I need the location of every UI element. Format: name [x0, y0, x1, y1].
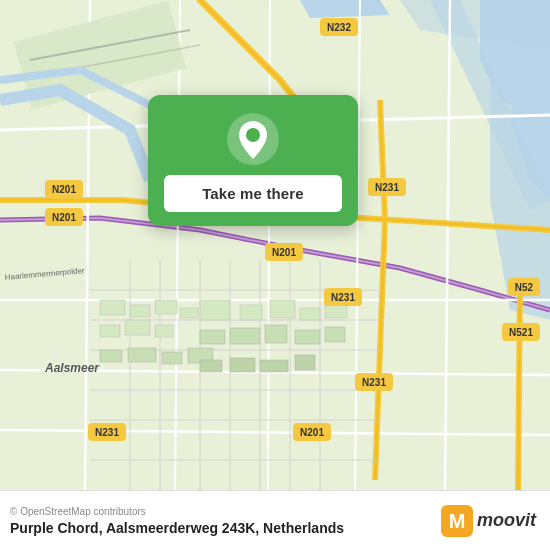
svg-rect-31 — [155, 325, 173, 337]
popup-card: Take me there — [148, 95, 358, 226]
svg-rect-35 — [300, 308, 320, 320]
svg-rect-48 — [260, 360, 288, 372]
svg-text:N231: N231 — [95, 427, 119, 438]
svg-text:N201: N201 — [52, 212, 76, 223]
svg-rect-28 — [180, 308, 198, 318]
svg-text:N201: N201 — [300, 427, 324, 438]
moovit-text: moovit — [477, 510, 536, 531]
svg-text:Aalsmeer: Aalsmeer — [44, 361, 100, 375]
svg-rect-34 — [270, 300, 295, 318]
svg-text:N231: N231 — [375, 182, 399, 193]
svg-rect-32 — [200, 300, 230, 320]
svg-rect-42 — [100, 350, 122, 362]
take-me-there-button[interactable]: Take me there — [164, 175, 342, 212]
svg-rect-44 — [162, 352, 182, 364]
svg-text:N521: N521 — [509, 327, 533, 338]
svg-text:N52: N52 — [515, 282, 534, 293]
svg-rect-25 — [100, 300, 125, 315]
svg-rect-46 — [200, 360, 222, 372]
location-pin-icon — [227, 113, 279, 165]
svg-rect-37 — [200, 330, 225, 344]
copyright-text: © OpenStreetMap contributors — [10, 506, 344, 517]
svg-text:N201: N201 — [52, 184, 76, 195]
svg-text:N232: N232 — [327, 22, 351, 33]
svg-rect-38 — [230, 328, 260, 344]
moovit-logo: M moovit — [441, 505, 536, 537]
svg-text:N201: N201 — [272, 247, 296, 258]
svg-rect-29 — [100, 325, 120, 337]
bottom-bar: © OpenStreetMap contributors Purple Chor… — [0, 490, 550, 550]
bottom-left: © OpenStreetMap contributors Purple Chor… — [10, 506, 344, 536]
svg-point-80 — [246, 128, 260, 142]
svg-rect-47 — [230, 358, 255, 372]
moovit-icon: M — [441, 505, 473, 537]
svg-rect-33 — [240, 305, 262, 320]
svg-rect-39 — [265, 325, 287, 343]
location-name: Purple Chord, Aalsmeerderweg 243K, Nethe… — [10, 520, 344, 536]
svg-rect-40 — [295, 330, 320, 344]
svg-rect-26 — [130, 305, 150, 317]
svg-text:M: M — [449, 510, 466, 532]
svg-rect-49 — [295, 355, 315, 370]
svg-rect-43 — [128, 348, 156, 362]
svg-rect-30 — [125, 320, 150, 335]
svg-rect-27 — [155, 300, 177, 314]
svg-rect-41 — [325, 327, 345, 342]
svg-text:N231: N231 — [331, 292, 355, 303]
svg-text:N231: N231 — [362, 377, 386, 388]
map-container: N232 N232 N201 N201 N201 N231 N231 N231 … — [0, 0, 550, 490]
